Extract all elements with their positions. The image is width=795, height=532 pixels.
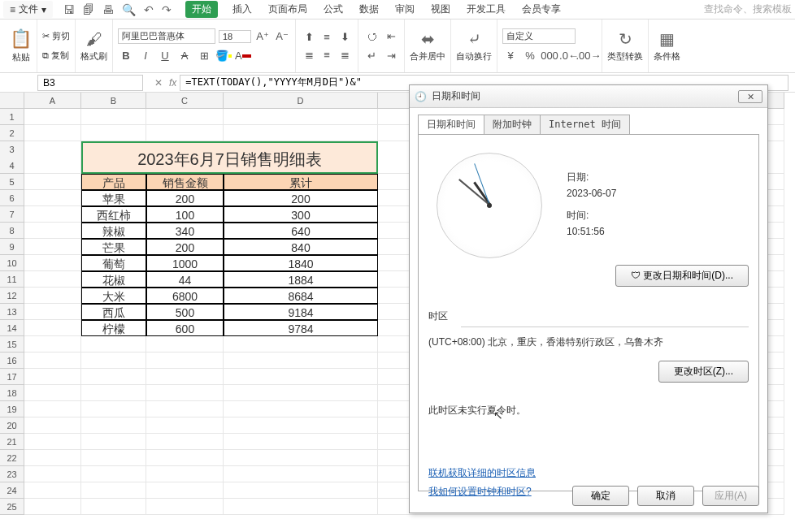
cancel-formula-icon[interactable]: ✕ xyxy=(154,77,163,89)
row-header[interactable]: 7 xyxy=(0,206,24,223)
header-cell[interactable]: 销售金额 xyxy=(146,174,224,190)
row-header[interactable]: 23 xyxy=(0,466,24,482)
row-header[interactable]: 20 xyxy=(0,417,24,434)
number-format-select[interactable]: 自定义 xyxy=(502,28,576,44)
align-middle-icon[interactable]: ≡ xyxy=(319,29,335,45)
cell[interactable] xyxy=(224,466,378,482)
cell[interactable] xyxy=(146,109,224,125)
cell[interactable] xyxy=(81,466,146,482)
cell[interactable] xyxy=(24,271,81,288)
row-header[interactable]: 13 xyxy=(0,304,24,320)
save-as-icon[interactable]: 🗐 xyxy=(83,3,94,16)
cell[interactable] xyxy=(146,450,224,466)
indent-increase-icon[interactable]: ⇥ xyxy=(383,48,399,64)
cell[interactable] xyxy=(146,401,224,417)
cancel-button[interactable]: 取消 xyxy=(637,486,694,506)
cell[interactable] xyxy=(81,336,146,353)
merge-center-button[interactable]: ⬌ 合并居中 xyxy=(410,29,445,63)
row-header[interactable]: 10 xyxy=(0,255,24,271)
cell[interactable] xyxy=(24,125,81,141)
orientation-icon[interactable]: ⭯ xyxy=(363,28,380,45)
cell[interactable] xyxy=(24,320,81,336)
data-cell[interactable]: 840 xyxy=(224,239,378,255)
bold-button[interactable]: B xyxy=(118,48,134,64)
data-cell[interactable]: 200 xyxy=(224,190,378,206)
cell[interactable] xyxy=(81,369,146,385)
row-header[interactable]: 14 xyxy=(0,320,24,336)
data-cell[interactable]: 西红柿 xyxy=(81,206,146,223)
row-header[interactable]: 24 xyxy=(0,482,24,499)
cell[interactable] xyxy=(24,304,81,320)
cell[interactable] xyxy=(24,385,81,401)
data-cell[interactable]: 9184 xyxy=(224,304,378,320)
dialog-titlebar[interactable]: 🕘 日期和时间 ✕ xyxy=(410,85,767,108)
cell[interactable] xyxy=(24,141,81,174)
cell[interactable] xyxy=(24,401,81,417)
cut-button[interactable]: ✂剪切 xyxy=(42,28,70,45)
paste-button[interactable]: 📋 粘贴 xyxy=(10,28,32,63)
cell[interactable] xyxy=(146,369,224,385)
data-cell[interactable]: 200 xyxy=(146,190,224,206)
col-header[interactable]: D xyxy=(224,93,378,109)
wrap-text-button[interactable]: ⤶ 自动换行 xyxy=(456,29,492,63)
borders-button[interactable]: ⊞ xyxy=(196,48,212,64)
cell[interactable] xyxy=(24,482,81,499)
decimal-inc-icon[interactable]: .0← xyxy=(561,47,577,63)
cell[interactable] xyxy=(24,109,81,125)
cell[interactable] xyxy=(146,385,224,401)
comma-icon[interactable]: 000 xyxy=(541,47,558,63)
cell[interactable] xyxy=(24,466,81,482)
cell[interactable] xyxy=(24,417,81,434)
cell[interactable] xyxy=(81,482,146,499)
cell[interactable] xyxy=(224,369,378,385)
cell[interactable] xyxy=(224,385,378,401)
row-header[interactable]: 6 xyxy=(0,190,24,206)
font-color-button[interactable]: A xyxy=(235,48,251,64)
row-header[interactable]: 17 xyxy=(0,369,24,385)
cell[interactable] xyxy=(146,482,224,499)
cell[interactable] xyxy=(146,434,224,450)
online-tz-link[interactable]: 联机获取详细的时区信息 xyxy=(428,466,749,480)
tab-member[interactable]: 会员专享 xyxy=(520,1,563,18)
cell[interactable] xyxy=(24,174,81,190)
data-cell[interactable]: 芒果 xyxy=(81,239,146,255)
col-header[interactable]: A xyxy=(24,93,81,109)
font-select[interactable]: 阿里巴巴普惠体 xyxy=(118,28,215,44)
row-header[interactable]: 2 xyxy=(0,125,24,141)
cell[interactable] xyxy=(24,223,81,239)
change-timezone-button[interactable]: 更改时区(Z)... xyxy=(658,361,749,383)
redo-icon[interactable]: ↷ xyxy=(162,3,172,16)
cell[interactable] xyxy=(81,385,146,401)
dialog-tab-additional[interactable]: 附加时钟 xyxy=(484,115,541,135)
font-size-select[interactable]: 18 xyxy=(219,30,251,43)
cell[interactable] xyxy=(81,434,146,450)
cell[interactable] xyxy=(24,369,81,385)
cell[interactable] xyxy=(81,109,146,125)
cell[interactable] xyxy=(24,353,81,369)
decimal-dec-icon[interactable]: .00→ xyxy=(580,47,597,63)
data-cell[interactable]: 340 xyxy=(146,223,224,239)
cell[interactable] xyxy=(224,482,378,499)
row-header[interactable]: 15 xyxy=(0,336,24,353)
data-cell[interactable]: 1884 xyxy=(224,271,378,288)
ok-button[interactable]: 确定 xyxy=(572,486,629,506)
tab-home[interactable]: 开始 xyxy=(185,1,218,18)
cell[interactable] xyxy=(146,125,224,141)
close-button[interactable]: ✕ xyxy=(738,90,762,103)
title-cell[interactable]: 2023年6月7日销售明细表 xyxy=(81,141,378,174)
undo-icon[interactable]: ↶ xyxy=(144,3,154,16)
fill-color-button[interactable]: 🪣 xyxy=(215,48,232,64)
data-cell[interactable]: 西瓜 xyxy=(81,304,146,320)
percent-icon[interactable]: % xyxy=(522,47,538,63)
cell[interactable] xyxy=(24,255,81,271)
wrap-icon[interactable]: ↵ xyxy=(363,48,380,64)
col-header[interactable]: C xyxy=(146,93,224,109)
tab-insert[interactable]: 插入 xyxy=(231,1,254,18)
underline-button[interactable]: U xyxy=(157,48,173,64)
save-icon[interactable]: 🖫 xyxy=(63,3,75,16)
align-right-icon[interactable]: ≣ xyxy=(337,47,353,63)
tab-dev[interactable]: 开发工具 xyxy=(465,1,507,18)
cell[interactable] xyxy=(146,417,224,434)
currency-icon[interactable]: ¥ xyxy=(502,47,519,63)
cell[interactable] xyxy=(224,434,378,450)
